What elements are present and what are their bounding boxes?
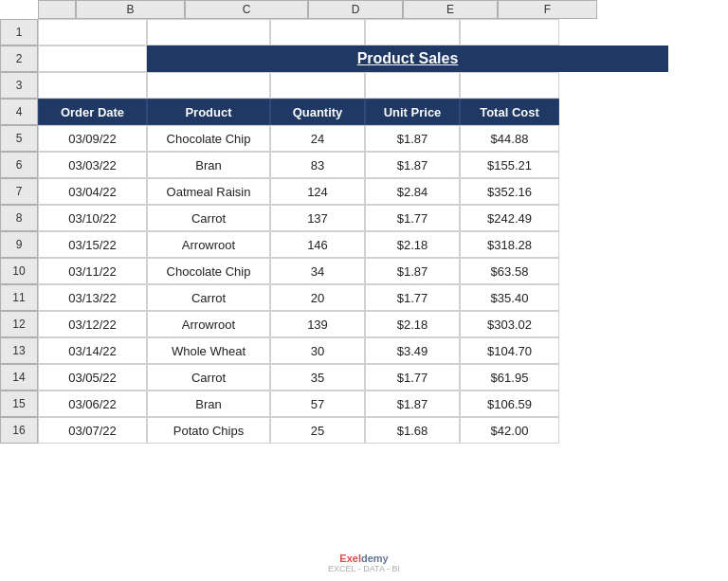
row-header-7: 7 [0,178,38,205]
cell-f16[interactable]: $42.00 [460,417,559,444]
cell-c9[interactable]: Arrowroot [147,231,270,258]
cell-c3[interactable] [147,72,270,99]
cell-c5[interactable]: Chocolate Chip [147,125,270,152]
cell-d7[interactable]: 124 [270,178,365,205]
cell-b9[interactable]: 03/15/22 [38,231,147,258]
cell-b14[interactable]: 03/05/22 [38,364,147,390]
row-3: 3 [0,72,728,99]
col-header-f: F [498,0,597,19]
cell-b3[interactable] [38,72,147,99]
cell-d11[interactable]: 20 [270,284,365,311]
row-8: 803/10/22Carrot137$1.77$242.49 [0,205,728,231]
cell-e5[interactable]: $1.87 [365,125,460,152]
row-2: 2 Product Sales [0,45,728,72]
cell-f10[interactable]: $63.58 [460,258,559,284]
cell-b6[interactable]: 03/03/22 [38,152,147,178]
cell-e12[interactable]: $2.18 [365,311,460,337]
cell-c12[interactable]: Arrowroot [147,311,270,337]
cell-e1[interactable] [365,19,460,45]
row-header-14: 14 [0,364,38,390]
cell-d6[interactable]: 83 [270,152,365,178]
cell-c13[interactable]: Whole Wheat [147,337,270,364]
row-header-1: 1 [0,19,38,45]
cell-f7[interactable]: $352.16 [460,178,559,205]
row-header-6: 6 [0,152,38,178]
cell-e6[interactable]: $1.87 [365,152,460,178]
cell-d8[interactable]: 137 [270,205,365,231]
row-9: 903/15/22Arrowroot146$2.18$318.28 [0,231,728,258]
cell-e9[interactable]: $2.18 [365,231,460,258]
cell-b2[interactable] [38,45,147,72]
cell-e7[interactable]: $2.84 [365,178,460,205]
header-order-date: Order Date [38,99,147,125]
cell-c10[interactable]: Chocolate Chip [147,258,270,284]
cell-b16[interactable]: 03/07/22 [38,417,147,444]
cell-d9[interactable]: 146 [270,231,365,258]
cell-b13[interactable]: 03/14/22 [38,337,147,364]
cell-e14[interactable]: $1.77 [365,364,460,390]
cell-b5[interactable]: 03/09/22 [38,125,147,152]
cell-d15[interactable]: 57 [270,390,365,417]
cell-d16[interactable]: 25 [270,417,365,444]
cell-b15[interactable]: 03/06/22 [38,390,147,417]
col-header-b: B [76,0,185,19]
cell-f14[interactable]: $61.95 [460,364,559,390]
cell-e15[interactable]: $1.87 [365,390,460,417]
cell-c6[interactable]: Bran [147,152,270,178]
cell-f13[interactable]: $104.70 [460,337,559,364]
cell-f12[interactable]: $303.02 [460,311,559,337]
cell-f8[interactable]: $242.49 [460,205,559,231]
cell-f3[interactable] [460,72,559,99]
row-12: 1203/12/22Arrowroot139$2.18$303.02 [0,311,728,337]
row-header-8: 8 [0,205,38,231]
cell-c15[interactable]: Bran [147,390,270,417]
cell-f1[interactable] [460,19,559,45]
cell-b11[interactable]: 03/13/22 [38,284,147,311]
watermark: Exeldemy EXCEL - DATA - BI [328,553,400,573]
cell-f9[interactable]: $318.28 [460,231,559,258]
watermark-sub: EXCEL - DATA - BI [328,564,400,573]
cell-c1[interactable] [147,19,270,45]
row-header-12: 12 [0,311,38,337]
row-14: 1403/05/22Carrot35$1.77$61.95 [0,364,728,390]
cell-e16[interactable]: $1.68 [365,417,460,444]
row-5: 503/09/22Chocolate Chip24$1.87$44.88 [0,125,728,152]
cell-d13[interactable]: 30 [270,337,365,364]
row-10: 1003/11/22Chocolate Chip34$1.87$63.58 [0,258,728,284]
cell-c8[interactable]: Carrot [147,205,270,231]
cell-e11[interactable]: $1.77 [365,284,460,311]
cell-e8[interactable]: $1.77 [365,205,460,231]
col-header-row: B C D E F [38,0,728,19]
cell-d10[interactable]: 34 [270,258,365,284]
cell-b7[interactable]: 03/04/22 [38,178,147,205]
cell-d5[interactable]: 24 [270,125,365,152]
row-11: 1103/13/22Carrot20$1.77$35.40 [0,284,728,311]
col-header-e: E [403,0,498,19]
row-header-9: 9 [0,231,38,258]
cell-f11[interactable]: $35.40 [460,284,559,311]
cell-b10[interactable]: 03/11/22 [38,258,147,284]
cell-b1[interactable] [38,19,147,45]
cell-c16[interactable]: Potato Chips [147,417,270,444]
cell-f6[interactable]: $155.21 [460,152,559,178]
cell-b8[interactable]: 03/10/22 [38,205,147,231]
cell-f15[interactable]: $106.59 [460,390,559,417]
cell-e3[interactable] [365,72,460,99]
row-header-11: 11 [0,284,38,311]
cell-c14[interactable]: Carrot [147,364,270,390]
cell-e13[interactable]: $3.49 [365,337,460,364]
cell-f5[interactable]: $44.88 [460,125,559,152]
cell-d1[interactable] [270,19,365,45]
spreadsheet-title: Product Sales [357,50,459,67]
cell-d3[interactable] [270,72,365,99]
row-7: 703/04/22Oatmeal Raisin124$2.84$352.16 [0,178,728,205]
cell-c11[interactable]: Carrot [147,284,270,311]
watermark-logo: Exeldemy [339,553,388,564]
data-rows: 503/09/22Chocolate Chip24$1.87$44.88603/… [0,125,728,444]
cell-d14[interactable]: 35 [270,364,365,390]
cell-b12[interactable]: 03/12/22 [38,311,147,337]
spreadsheet: B C D E F 1 2 Product Sales 3 4 Order Da… [0,0,728,581]
cell-e10[interactable]: $1.87 [365,258,460,284]
cell-c7[interactable]: Oatmeal Raisin [147,178,270,205]
cell-d12[interactable]: 139 [270,311,365,337]
